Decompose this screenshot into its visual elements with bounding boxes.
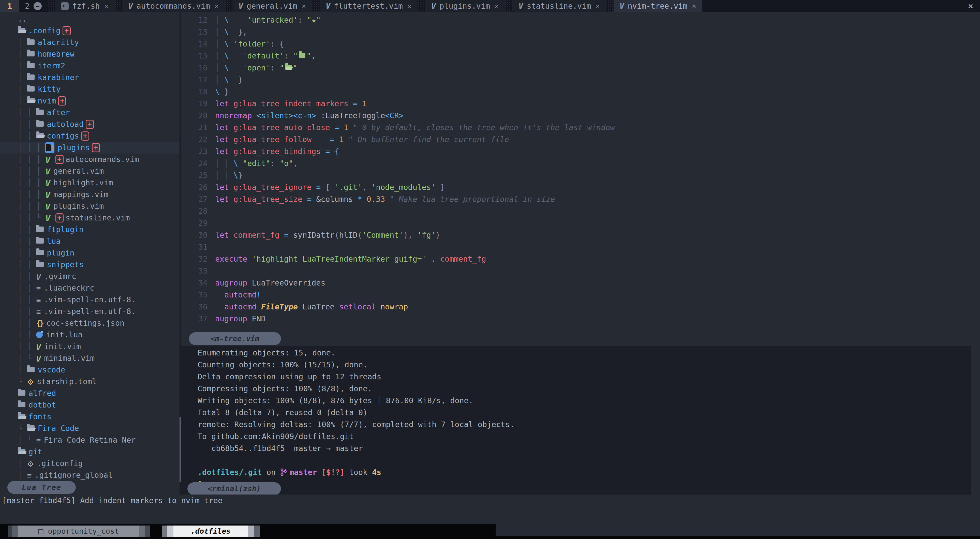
vim-file-icon: V	[45, 189, 50, 201]
folder-open-icon	[36, 133, 44, 138]
tree-item-.config[interactable]: .config	[0, 25, 180, 37]
file-tree[interactable]: ...config│ alacritty│ homebrew│ iterm2│ …	[0, 12, 180, 481]
tab-plugins.vim[interactable]: Vplugins.vim×	[425, 0, 505, 12]
tree-item-.gitignore_global[interactable]: │ ≡.gitignore_global	[0, 469, 180, 481]
git-new-badge	[56, 213, 64, 223]
tree-item-lua[interactable]: │ │ lua	[0, 235, 180, 247]
tree-item-.luacheckrc[interactable]: │ │ ≡.luacheckrc	[0, 282, 180, 294]
tree-item-kitty[interactable]: │ kitty	[0, 83, 180, 95]
tree-item-snippets[interactable]: │ │ snippets	[0, 259, 180, 270]
tree-item-..[interactable]: ..	[0, 13, 180, 25]
indent-guides: │ │	[18, 319, 36, 328]
indent-guides: │ │	[18, 108, 36, 117]
tree-item-init.vim[interactable]: │ │ Vinit.vim	[0, 341, 180, 352]
terminal-pane[interactable]: Enumerating objects: 15, done.Counting o…	[181, 346, 971, 494]
tree-item-karabiner[interactable]: │ karabiner	[0, 72, 180, 83]
code-o: =	[302, 195, 316, 204]
tree-item-.gitconfig[interactable]: │ ⚙.gitconfig	[0, 458, 180, 469]
line-number: 17	[186, 74, 207, 86]
tab-close-icon[interactable]: ×	[302, 2, 306, 10]
tree-item-Fira Code Retina Ner[interactable]: │ └ ≡Fira Code Retina Ner	[0, 434, 180, 446]
tabpage-1-indicator[interactable]: 1	[0, 0, 19, 12]
tree-item-mappings.vim[interactable]: │ │ │ Vmappings.vim	[0, 189, 180, 200]
tree-item-vscode[interactable]: │ vscode	[0, 364, 180, 376]
terminal-line: Total 8 (delta 7), reused 0 (delta 0)	[197, 407, 971, 418]
code-line: 14│ \ 'folder': {	[181, 38, 980, 50]
tab-close-icon[interactable]: ×	[692, 2, 696, 10]
tree-item-plugin[interactable]: │ │ plugin	[0, 247, 180, 259]
tree-item-.vim-spell-en.utf-8.[interactable]: │ │ ≡.vim-spell-en.utf-8.	[0, 305, 180, 317]
tree-item-.gvimrc[interactable]: │ │ V.gvimrc	[0, 270, 180, 282]
tab-separator	[115, 0, 122, 12]
indent-guides: │ │ │	[18, 155, 45, 164]
line-number: 25	[186, 169, 207, 181]
tab-close-icon[interactable]: ×	[215, 2, 219, 10]
tree-item-general.vim[interactable]: │ │ │ Vgeneral.vim	[0, 165, 180, 177]
indent-guides: │ │	[18, 225, 36, 234]
command-line-message: [master f1bd4f5] Add indent markers to n…	[0, 494, 980, 506]
tabbar-spacer	[702, 0, 961, 12]
json-file-icon: {}	[36, 318, 43, 329]
tab-close-icon[interactable]: ×	[104, 2, 108, 10]
tmux-window-dotfiles[interactable]: .dotfiles	[162, 526, 260, 537]
tab-fzf.sh[interactable]: >_fzf.sh×	[55, 0, 115, 12]
tabpage-2-indicator[interactable]: 2 ←	[19, 0, 47, 12]
tree-item-iterm2[interactable]: │ iterm2	[0, 60, 180, 72]
tree-item-homebrew[interactable]: │ homebrew	[0, 48, 180, 60]
tree-item-configs[interactable]: │ │ configs	[0, 130, 180, 142]
code-w	[335, 302, 339, 311]
tree-item-init.lua[interactable]: │ │ init.lua	[0, 329, 180, 341]
tree-item-label: dotbot	[29, 401, 56, 409]
tree-item-coc-settings.json[interactable]: │ │ {}coc-settings.json	[0, 317, 180, 329]
tree-item-alfred[interactable]: alfred	[0, 388, 180, 399]
tab-fluttertest.vim[interactable]: Vfluttertest.vim×	[320, 0, 418, 12]
code-w	[215, 290, 224, 299]
tree-item-minimal.vim[interactable]: │ └ Vminimal.vim	[0, 352, 180, 364]
code-line: 26let g:lua_tree_ignore = [ '.git', 'nod…	[181, 181, 980, 193]
code-w	[229, 51, 243, 60]
tree-item-ftplugin[interactable]: │ │ ftplugin	[0, 224, 180, 235]
tree-item-fonts[interactable]: fonts	[0, 411, 180, 423]
folder-open-icon	[18, 449, 25, 454]
tree-item-plugins.vim[interactable]: │ │ │ Vplugins.vim	[0, 200, 180, 212]
vim-file-icon: V	[45, 213, 50, 224]
code-w	[229, 123, 234, 132]
tree-item-Fira Code[interactable]: └ Fira Code	[0, 423, 180, 434]
code-e: \	[234, 159, 243, 168]
tree-item-alacritty[interactable]: │ alacritty	[0, 37, 180, 48]
tree-item-nvim[interactable]: │ nvim	[0, 95, 180, 107]
tree-item-label: .config	[29, 26, 60, 35]
tab-general.vim[interactable]: Vgeneral.vim×	[232, 0, 312, 12]
tmux-window-opportunity-cost[interactable]: □ opportunity_cost	[8, 526, 150, 537]
folder-open-icon	[27, 98, 35, 103]
tree-item-starship.toml[interactable]: └ ⚙starship.toml	[0, 376, 180, 388]
tab-nvim-tree.vim[interactable]: Vnvim-tree.vim×	[614, 0, 702, 12]
code-p: }	[224, 87, 229, 96]
tree-item-label: fonts	[29, 412, 51, 421]
tab-autocommands.vim[interactable]: Vautocommands.vim×	[122, 0, 225, 12]
vim-file-icon: V	[45, 178, 50, 189]
tab-label: nvim-tree.vim	[628, 2, 687, 10]
code-e: \	[224, 75, 229, 84]
tree-item-dotbot[interactable]: dotbot	[0, 399, 180, 411]
code-v: comment_fg	[234, 231, 280, 240]
close-all-icon[interactable]: ×	[961, 0, 980, 12]
tree-item-statusline.vim[interactable]: │ │ └ Vstatusline.vim	[0, 212, 180, 224]
tab-close-icon[interactable]: ×	[407, 2, 411, 10]
line-number: 27	[186, 193, 207, 205]
code-line: 22let g:lua_tree_follow = 1 " On bufEnte…	[181, 134, 980, 145]
tree-item-git[interactable]: git	[0, 446, 180, 458]
editor-pane[interactable]: 12│ \ 'untracked': "★"13│ \ },14│ \ 'fol…	[181, 12, 980, 346]
line-number: 23	[186, 145, 207, 157]
tree-item-.vim-spell-en.utf-8.[interactable]: │ │ ≡.vim-spell-en.utf-8.	[0, 294, 180, 305]
tree-item-autoload[interactable]: │ │ autoload	[0, 118, 180, 130]
tree-item-autocommands.vim[interactable]: │ │ │ Vautocommands.vim	[0, 154, 180, 165]
tree-item-plugins[interactable]: │ │ │ plugins	[0, 142, 180, 154]
vim-icon: V	[129, 2, 133, 10]
tree-item-highlight.vim[interactable]: │ │ │ Vhighlight.vim	[0, 177, 180, 189]
tab-statusline.vim[interactable]: Vstatusline.vim×	[512, 0, 606, 12]
tree-item-after[interactable]: │ │ after	[0, 107, 180, 118]
tab-close-icon[interactable]: ×	[495, 2, 499, 10]
indent-guides: │ │	[18, 237, 36, 246]
tab-close-icon[interactable]: ×	[595, 2, 600, 10]
